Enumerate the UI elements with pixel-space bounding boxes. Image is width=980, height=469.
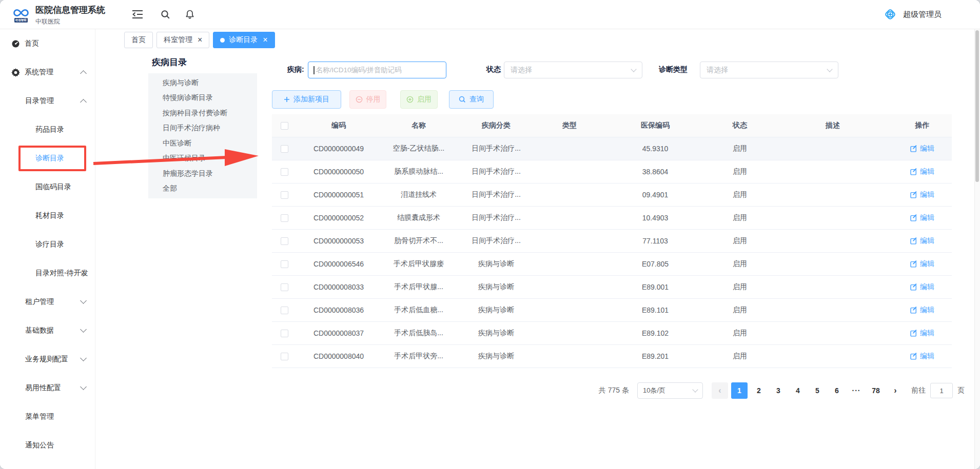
sidebar-item[interactable]: 易用性配置	[0, 374, 95, 402]
tab-bar: 首页 科室管理 × 诊断目录 ×	[124, 32, 275, 48]
goto-page-input[interactable]: 1	[930, 383, 953, 398]
page-number-button[interactable]: 4	[790, 382, 806, 399]
select-all-checkbox[interactable]	[281, 122, 288, 130]
row-checkbox[interactable]	[281, 283, 288, 291]
page-size-select[interactable]: 10条/页	[637, 382, 703, 399]
status-select[interactable]: 请选择	[504, 62, 642, 78]
brand-caption: 经创智联	[14, 18, 28, 22]
disease-category-item[interactable]: 疾病与诊断	[148, 75, 257, 91]
collapse-menu-icon[interactable]	[128, 0, 147, 29]
disease-category-item[interactable]: 特慢病诊断目录	[148, 91, 257, 106]
bell-icon[interactable]	[181, 0, 199, 29]
disable-button[interactable]: 停用	[349, 90, 386, 109]
edit-button[interactable]: 编辑	[910, 352, 934, 361]
page-number-button[interactable]: 2	[751, 382, 767, 399]
page-number-button[interactable]: 6	[829, 382, 845, 399]
tab[interactable]: 首页	[124, 32, 153, 48]
sidebar-item[interactable]: 基础数据	[0, 316, 95, 345]
app-title: 医院信息管理系统	[35, 4, 105, 16]
page-number-button[interactable]: 1	[731, 382, 748, 399]
query-button[interactable]: 查询	[449, 90, 494, 109]
sidebar-item-label: 通知公告	[25, 441, 54, 450]
cell-code: CD0000000050	[297, 168, 381, 176]
row-checkbox[interactable]	[281, 191, 288, 199]
tab[interactable]: 科室管理 ×	[156, 32, 209, 48]
sidebar-item[interactable]: 业务规则配置	[0, 345, 95, 374]
cell-insurance-code: 45.9310	[603, 145, 707, 153]
edit-button[interactable]: 编辑	[910, 213, 934, 222]
diagnosis-type-select[interactable]: 请选择	[700, 62, 838, 78]
sidebar-item[interactable]: 耗材目录	[0, 201, 95, 230]
edit-button[interactable]: 编辑	[910, 259, 934, 269]
edit-button[interactable]: 编辑	[910, 190, 934, 199]
scrollbar-thumb[interactable]	[975, 30, 979, 182]
cell-status: 启用	[707, 282, 773, 292]
sidebar-item[interactable]: 诊疗目录	[0, 230, 95, 259]
disease-category-item[interactable]: 中医诊断	[148, 136, 257, 151]
cell-name: 空肠-乙状结肠...	[381, 144, 457, 153]
prev-page-button[interactable]: ‹	[712, 382, 728, 399]
page-number-button[interactable]: 5	[809, 382, 826, 399]
disease-category-item[interactable]: 按病种目录付费诊断	[148, 106, 257, 121]
sidebar-item[interactable]: 首页	[0, 29, 95, 58]
cell-name: 手术后甲状腺瘘	[381, 259, 457, 269]
gear-icon	[11, 68, 20, 77]
sidebar-item[interactable]: 系统管理	[0, 58, 95, 87]
table-row: CD0000008036 手术后低血糖... 疾病与诊断 E89.101 启用 …	[272, 299, 952, 322]
edit-button[interactable]: 编辑	[910, 329, 934, 338]
row-checkbox[interactable]	[281, 214, 288, 222]
tab[interactable]: 诊断目录 ×	[213, 32, 275, 48]
close-icon[interactable]: ×	[263, 36, 267, 44]
edit-button[interactable]: 编辑	[910, 167, 934, 176]
cell-category: 疾病与诊断	[457, 282, 536, 292]
disease-search-input[interactable]: 名称/ICD10编码/拼音助记码	[308, 62, 446, 78]
sidebar-item-label: 基础数据	[25, 326, 54, 335]
row-checkbox[interactable]	[281, 168, 288, 176]
search-icon[interactable]	[156, 0, 174, 29]
cell-insurance-code: 09.4901	[603, 191, 707, 199]
cell-code: CD0000008033	[297, 283, 381, 291]
sidebar-item[interactable]: 菜单管理	[0, 402, 95, 431]
row-checkbox[interactable]	[281, 260, 288, 268]
cell-code: CD0000000053	[297, 237, 381, 245]
add-item-button[interactable]: 添加新项目	[272, 90, 341, 109]
col-header-code: 编码	[297, 121, 381, 130]
cell-insurance-code: E89.201	[603, 352, 707, 360]
disease-category-item[interactable]: 中医证候目录	[148, 151, 257, 167]
sidebar-item-label: 诊断目录	[35, 154, 64, 163]
edit-button[interactable]: 编辑	[910, 305, 934, 315]
table-row: CD0000000053 肋骨切开术不... 日间手术治疗... 77.1103…	[272, 230, 952, 253]
edit-button[interactable]: 编辑	[910, 144, 934, 153]
close-icon[interactable]: ×	[198, 36, 202, 44]
page-number-button[interactable]: ···	[848, 382, 865, 399]
row-checkbox[interactable]	[281, 330, 288, 337]
sidebar-item[interactable]: 目录对照-待开发	[0, 259, 95, 288]
disease-category-item[interactable]: 肿瘤形态学目录	[148, 166, 257, 181]
next-page-button[interactable]: ›	[887, 382, 904, 399]
sidebar-item[interactable]: 国临码目录	[0, 173, 95, 201]
edit-button[interactable]: 编辑	[910, 282, 934, 292]
sidebar-item[interactable]: 通知公告	[0, 431, 95, 460]
page-number-button[interactable]: 3	[770, 382, 787, 399]
cell-category: 疾病与诊断	[457, 305, 536, 315]
scrollbar-track[interactable]	[974, 29, 980, 469]
cell-status: 启用	[707, 259, 773, 269]
row-checkbox[interactable]	[281, 237, 288, 245]
enable-button[interactable]: 启用	[400, 90, 438, 109]
row-checkbox[interactable]	[281, 307, 288, 314]
medical-avatar-icon	[883, 7, 898, 22]
cell-insurance-code: E07.805	[603, 260, 707, 268]
sidebar-item[interactable]: 租户管理	[0, 288, 95, 316]
disease-category-item[interactable]: 日间手术治疗病种	[148, 121, 257, 136]
disease-category-item[interactable]: 全部	[148, 181, 257, 197]
sidebar-item[interactable]: 诊断目录	[0, 144, 95, 173]
cell-insurance-code: 38.8604	[603, 168, 707, 176]
page-number-button[interactable]: 78	[868, 382, 884, 399]
row-checkbox[interactable]	[281, 145, 288, 153]
sidebar-item[interactable]: 药品目录	[0, 115, 95, 144]
edit-button[interactable]: 编辑	[910, 236, 934, 246]
row-checkbox[interactable]	[281, 353, 288, 360]
col-header-status: 状态	[707, 121, 773, 130]
user-menu[interactable]: 超级管理员	[883, 0, 942, 29]
sidebar-item[interactable]: 目录管理	[0, 87, 95, 115]
